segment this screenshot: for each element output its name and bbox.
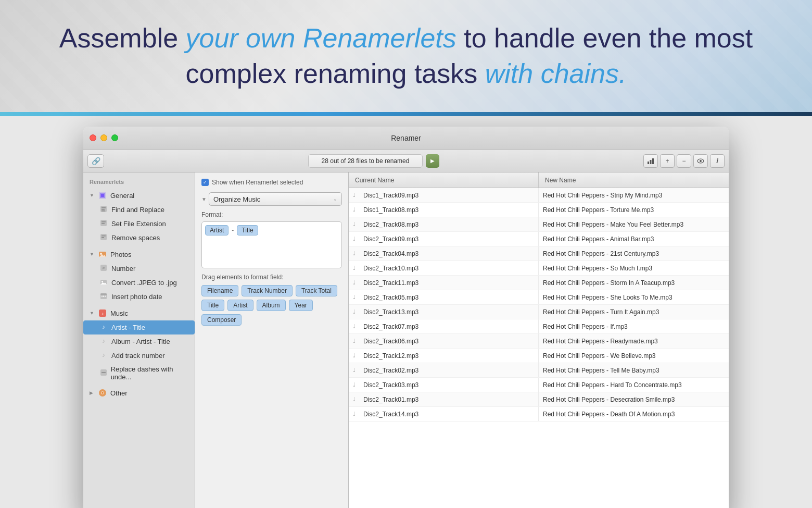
current-name-cell: ♩ Disc2_Track14.mp3 (349, 407, 539, 421)
new-name-text: Red Hot Chili Peppers - Readymade.mp3 (543, 338, 658, 345)
table-row[interactable]: ♩ Disc2_Track01.mp3 Red Hot Chili Pepper… (349, 392, 729, 407)
table-row[interactable]: ♩ Disc2_Track10.mp3 Red Hot Chili Pepper… (349, 261, 729, 276)
toolbar: 🔗 28 out of 28 files to be renamed ▶ (83, 150, 729, 172)
current-name-cell: ♩ Disc2_Track06.mp3 (349, 334, 539, 348)
minimize-button[interactable] (100, 134, 107, 141)
sidebar-item-set-extension[interactable]: Set File Extension (83, 217, 195, 231)
drag-token-album[interactable]: Album (257, 300, 286, 311)
file-list-header: Current Name New Name (349, 172, 729, 188)
current-name-cell: ♩ Disc2_Track08.mp3 (349, 217, 539, 231)
sidebar-item-replace-dashes[interactable]: Replace dashes with unde... (83, 363, 195, 383)
new-name-text: Red Hot Chili Peppers - If.mp3 (543, 323, 628, 330)
middle-panel: ✓ Show when Renamerlet selected ▼ Organi… (195, 172, 349, 508)
link-button[interactable]: 🔗 (87, 154, 104, 168)
play-button[interactable]: ▶ (426, 154, 439, 168)
table-row[interactable]: ♩ Disc2_Track06.mp3 Red Hot Chili Pepper… (349, 334, 729, 349)
new-name-text: Red Hot Chili Peppers - Desecration Smil… (543, 396, 675, 403)
mac-window: Renamer 🔗 28 out of 28 files to be renam… (83, 127, 729, 508)
drag-token-title[interactable]: Title (201, 300, 224, 311)
chart-button[interactable] (643, 154, 658, 168)
table-row[interactable]: ♩ Disc2_Track13.mp3 Red Hot Chili Pepper… (349, 305, 729, 319)
drag-token-track-total[interactable]: Track Total (296, 285, 337, 296)
table-row[interactable]: ♩ Disc2_Track04.mp3 Red Hot Chili Pepper… (349, 246, 729, 261)
show-when-checkbox[interactable]: ✓ (201, 179, 209, 186)
disclosure-arrow-photos: ▼ (90, 252, 95, 257)
sidebar-item-album-artist-title[interactable]: ♪ Album - Artist - Title (83, 334, 195, 349)
new-name-cell: Red Hot Chili Peppers - Storm In A Teacu… (539, 276, 729, 290)
info-button[interactable]: i (710, 154, 725, 168)
drag-token-composer[interactable]: Composer (201, 314, 242, 326)
toolbar-right: + − i (643, 154, 725, 168)
format-token-artist[interactable]: Artist (205, 225, 229, 236)
svg-text:♪: ♪ (102, 338, 105, 344)
table-row[interactable]: ♩ Disc2_Track11.mp3 Red Hot Chili Pepper… (349, 276, 729, 290)
header-current-name: Current Name (349, 172, 539, 188)
format-token-title[interactable]: Title (237, 225, 258, 236)
dropdown-disclosure: ▼ (201, 196, 207, 202)
current-name-text: Disc2_Track01.mp3 (363, 396, 418, 403)
number-icon: # (100, 264, 108, 273)
sidebar-item-convert-jpeg[interactable]: Convert .JPEG to .jpg (83, 276, 195, 290)
table-row[interactable]: ♩ Disc2_Track14.mp3 Red Hot Chili Pepper… (349, 407, 729, 422)
music-note-icon: ♩ (353, 396, 360, 403)
add-button[interactable]: + (660, 154, 675, 168)
remove-button[interactable]: − (677, 154, 691, 168)
table-row[interactable]: ♩ Disc2_Track03.mp3 Red Hot Chili Pepper… (349, 378, 729, 392)
music-note-icon: ♩ (353, 338, 360, 344)
table-row[interactable]: ♩ Disc2_Track09.mp3 Red Hot Chili Pepper… (349, 232, 729, 246)
remove-spaces-label: Remove spaces (111, 234, 160, 242)
svg-rect-2 (652, 158, 654, 164)
maximize-button[interactable] (111, 134, 118, 141)
table-row[interactable]: ♩ Disc2_Track05.mp3 Red Hot Chili Pepper… (349, 290, 729, 305)
new-name-text: Red Hot Chili Peppers - Make You Feel Be… (543, 221, 683, 228)
renamerlet-dropdown-label: Organize Music (213, 195, 260, 203)
sidebar-item-insert-photo-date[interactable]: Insert photo date (83, 290, 195, 304)
other-icon (98, 388, 107, 398)
new-name-text: Red Hot Chili Peppers - 21st Century.mp3 (543, 250, 659, 257)
music-note-icon: ♩ (353, 308, 360, 315)
color-bar (0, 112, 812, 116)
sidebar-section-music: ▼ ♪ Music ♪ (83, 306, 195, 383)
table-row[interactable]: ♩ Disc1_Track08.mp3 Red Hot Chili Pepper… (349, 203, 729, 217)
drag-token-year[interactable]: Year (289, 300, 313, 311)
drag-token-artist[interactable]: Artist (227, 300, 253, 311)
sidebar-section-header-photos[interactable]: ▼ Photos (83, 247, 195, 262)
current-name-text: Disc2_Track05.mp3 (363, 294, 418, 301)
convert-jpeg-icon (100, 278, 108, 287)
banner: Assemble your own Renamerlets to handle … (0, 0, 812, 112)
current-name-text: Disc2_Track12.mp3 (363, 352, 418, 360)
sidebar-item-number[interactable]: # Number (83, 262, 195, 276)
new-name-text: Red Hot Chili Peppers - So Much I.mp3 (543, 265, 652, 272)
new-name-cell: Red Hot Chili Peppers - Tell Me Baby.mp3 (539, 363, 729, 377)
sidebar-section-header-general[interactable]: ▼ General (83, 188, 195, 203)
current-name-cell: ♩ Disc2_Track13.mp3 (349, 305, 539, 319)
sidebar-item-remove-spaces[interactable]: Remove spaces (83, 231, 195, 245)
drag-token-filename[interactable]: Filename (201, 285, 238, 296)
sidebar-section-header-other[interactable]: ▶ Other (83, 386, 195, 400)
music-note-icon: ♩ (353, 294, 360, 301)
table-row[interactable]: ♩ Disc2_Track07.mp3 Red Hot Chili Pepper… (349, 319, 729, 334)
renamerlet-dropdown[interactable]: Organize Music ⌄ (209, 192, 342, 206)
drag-token-track-number[interactable]: Track Number (242, 285, 293, 296)
sidebar-item-add-track-number[interactable]: ♪ Add track number (83, 349, 195, 363)
new-name-text: Red Hot Chili Peppers - Death Of A Motio… (543, 411, 675, 418)
svg-point-24 (102, 281, 103, 282)
drag-tokens: Filename Track Number Track Total Title … (201, 285, 342, 326)
new-name-cell: Red Hot Chili Peppers - Desecration Smil… (539, 392, 729, 406)
sidebar-item-find-replace[interactable]: Find and Replace (83, 203, 195, 217)
close-button[interactable] (90, 134, 96, 141)
table-row[interactable]: ♩ Disc1_Track09.mp3 Red Hot Chili Pepper… (349, 188, 729, 203)
table-row[interactable]: ♩ Disc2_Track02.mp3 Red Hot Chili Pepper… (349, 363, 729, 378)
table-row[interactable]: ♩ Disc2_Track08.mp3 Red Hot Chili Pepper… (349, 217, 729, 232)
eye-button[interactable] (693, 154, 708, 168)
sidebar-section-header-music[interactable]: ▼ ♪ Music (83, 306, 195, 320)
current-name-cell: ♩ Disc1_Track09.mp3 (349, 188, 539, 202)
header-new-name: New Name (539, 172, 729, 188)
set-extension-icon (100, 219, 108, 228)
table-row[interactable]: ♩ Disc2_Track12.mp3 Red Hot Chili Pepper… (349, 349, 729, 363)
photos-icon (98, 250, 107, 259)
current-name-cell: ♩ Disc2_Track10.mp3 (349, 261, 539, 275)
sidebar-item-artist-title[interactable]: ♪ Artist - Title (83, 320, 195, 334)
sidebar-section-general: ▼ General (83, 188, 195, 245)
svg-rect-17 (102, 237, 104, 238)
